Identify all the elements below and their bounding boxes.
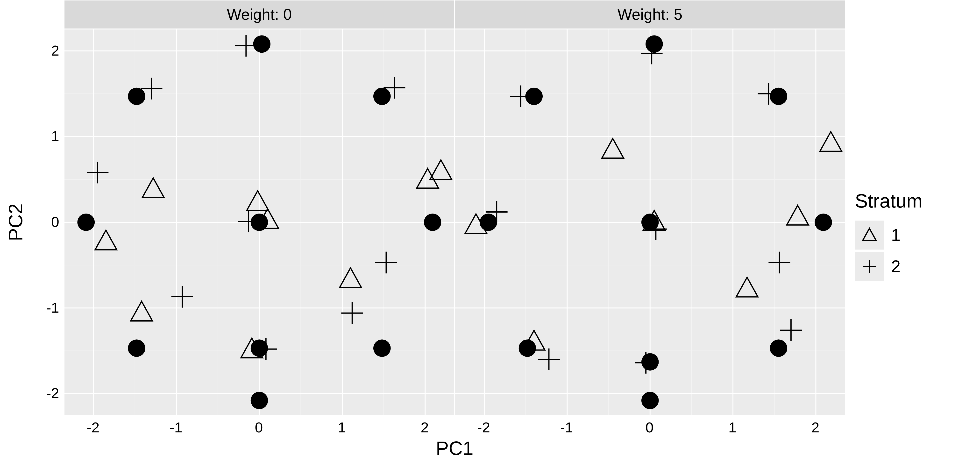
y-tick-label: -2 bbox=[46, 385, 59, 401]
y-tick-label: 0 bbox=[51, 213, 59, 230]
svg-point-82 bbox=[641, 353, 659, 371]
panel-weight-5 bbox=[455, 29, 845, 415]
svg-point-28 bbox=[251, 392, 268, 409]
x-tick-label: 1 bbox=[729, 419, 736, 436]
svg-point-24 bbox=[424, 213, 441, 231]
svg-point-75 bbox=[645, 35, 663, 53]
triangle-open-icon bbox=[855, 221, 884, 250]
x-tick-label: 2 bbox=[421, 419, 429, 436]
facet-strip-row: Weight: 0 Weight: 5 bbox=[64, 0, 845, 29]
svg-point-27 bbox=[373, 339, 391, 357]
facet-strip-1: Weight: 5 bbox=[455, 0, 845, 29]
legend-item: 1 bbox=[855, 221, 980, 250]
panels bbox=[64, 29, 845, 416]
plus-icon bbox=[855, 252, 884, 281]
x-tick-label: -1 bbox=[560, 419, 573, 436]
x-tick-label: 0 bbox=[646, 419, 654, 436]
x-tick-label: -2 bbox=[477, 419, 490, 436]
svg-point-22 bbox=[77, 213, 95, 231]
svg-point-21 bbox=[373, 88, 391, 105]
legend-item: 2 bbox=[855, 252, 980, 281]
svg-point-84 bbox=[641, 392, 659, 409]
y-tick-label: 1 bbox=[51, 128, 59, 145]
x-ticks-panel-1: -2-1012 bbox=[455, 416, 845, 437]
x-tick-label: 2 bbox=[811, 419, 819, 436]
x-ticks-row: -2-1012 -2-1012 bbox=[64, 416, 845, 437]
y-tick-label: -1 bbox=[46, 299, 59, 316]
svg-marker-110 bbox=[863, 228, 876, 240]
legend: Stratum 12 bbox=[845, 0, 980, 473]
svg-point-25 bbox=[128, 339, 145, 357]
svg-point-77 bbox=[770, 88, 787, 105]
panel-weight-0 bbox=[64, 29, 454, 415]
x-tick-label: 1 bbox=[338, 419, 346, 436]
x-tick-label: -2 bbox=[87, 419, 100, 436]
x-tick-label: 0 bbox=[255, 419, 263, 436]
x-ticks-panel-0: -2-1012 bbox=[64, 416, 455, 437]
x-axis-label-text: PC1 bbox=[436, 437, 474, 459]
svg-point-19 bbox=[253, 35, 270, 53]
panels-outer: PC2 -2-1012 bbox=[0, 29, 845, 416]
svg-point-83 bbox=[770, 339, 787, 357]
y-axis-label: PC2 bbox=[0, 29, 32, 416]
legend-items: 12 bbox=[855, 218, 980, 283]
legend-label: 1 bbox=[891, 225, 900, 245]
facet-strip-0: Weight: 0 bbox=[64, 0, 454, 29]
svg-point-78 bbox=[480, 213, 497, 231]
plot-area: Weight: 0 Weight: 5 PC2 -2-1012 -2-1012 … bbox=[0, 0, 845, 473]
svg-point-20 bbox=[128, 88, 145, 105]
svg-point-80 bbox=[815, 213, 832, 231]
y-ticks: -2-1012 bbox=[32, 29, 64, 416]
x-tick-label: -1 bbox=[170, 419, 182, 436]
legend-title: Stratum bbox=[855, 190, 980, 212]
figure: Weight: 0 Weight: 5 PC2 -2-1012 -2-1012 … bbox=[0, 0, 980, 473]
legend-label: 2 bbox=[891, 257, 900, 276]
y-tick-label: 2 bbox=[51, 42, 59, 59]
x-axis-label: PC1 bbox=[64, 437, 845, 459]
